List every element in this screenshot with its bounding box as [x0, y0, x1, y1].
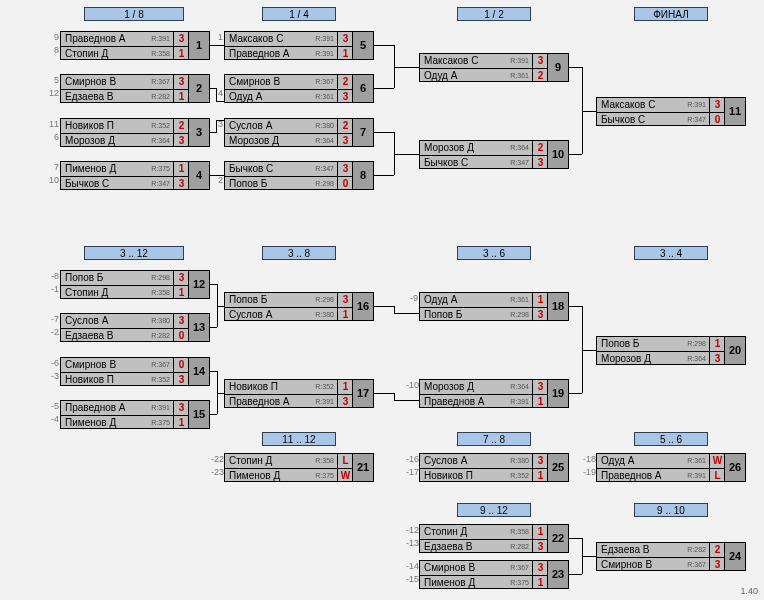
match[interactable]: Морозов ДR:3642Бычков СR:347310 [419, 140, 569, 169]
player-row: -7Суслов АR:3803 [61, 314, 209, 329]
match[interactable]: Едзаева ВR:2822Смирнов ВR:367324 [596, 542, 746, 571]
seed: -14 [406, 561, 418, 571]
round-header: ФИНАЛ [634, 7, 708, 21]
player-rating: R:367 [687, 561, 709, 568]
score: 2 [173, 119, 189, 133]
player-row: -9Одуд АR:3611 [420, 293, 568, 308]
player-rating: R:358 [510, 528, 532, 535]
match[interactable]: 5Смирнов ВR:367312Едзаева ВR:28212 [60, 74, 210, 103]
match[interactable]: -14Смирнов ВR:3673-15Пименов ДR:375123 [419, 560, 569, 589]
score: W [709, 454, 725, 468]
score: 3 [337, 90, 353, 104]
match[interactable]: -5Праведнов АR:3913-4Пименов ДR:375115 [60, 400, 210, 429]
player-rating: R:358 [151, 50, 173, 57]
match-number: 6 [352, 75, 373, 102]
connector-line [569, 154, 582, 155]
player-rating: R:375 [151, 165, 173, 172]
player-row: Максаков СR:3913 [420, 54, 568, 69]
player-row: Бычков СR:3473 [225, 162, 373, 177]
seed: -5 [47, 401, 59, 411]
connector-line [569, 393, 582, 394]
match[interactable]: 7Пименов ДR:375110Бычков СR:34734 [60, 161, 210, 190]
player-rating: R:364 [315, 137, 337, 144]
player-rating: R:347 [315, 165, 337, 172]
player-row: -6Смирнов ВR:3670 [61, 358, 209, 373]
match[interactable]: Максаков СR:3913Одуд АR:36129 [419, 53, 569, 82]
match[interactable]: -12Стопин ДR:3581-13Едзаева ВR:282322 [419, 524, 569, 553]
score: 3 [337, 293, 353, 307]
player-rating: R:391 [510, 57, 532, 64]
match-number: 11 [724, 98, 745, 125]
player-name: Максаков С [420, 55, 510, 66]
score: 2 [709, 543, 725, 557]
match[interactable]: Смирнов ВR:36724Одуд АR:36136 [224, 74, 374, 103]
match[interactable]: -7Суслов АR:3803-2Едзаева ВR:282013 [60, 313, 210, 342]
connector-line [210, 371, 217, 372]
player-row: Попов БR:2981 [597, 337, 745, 352]
score: 1 [532, 395, 548, 409]
score: 3 [532, 561, 548, 575]
score: 1 [709, 337, 725, 351]
player-name: Суслов А [61, 315, 151, 326]
match[interactable]: -22Стопин ДR:358L-23Пименов ДR:375W21 [224, 453, 374, 482]
match[interactable]: -9Одуд АR:3611Попов БR:298318 [419, 292, 569, 321]
connector-line [210, 414, 217, 415]
player-name: Бычков С [61, 178, 151, 189]
match-number: 25 [547, 454, 568, 481]
match-number: 2 [188, 75, 209, 102]
connector-line [210, 175, 224, 176]
score: W [337, 469, 353, 483]
player-name: Попов Б [61, 272, 151, 283]
match-number: 19 [547, 380, 568, 407]
score: 3 [173, 314, 189, 328]
match-number: 23 [547, 561, 568, 588]
score: 1 [532, 469, 548, 483]
connector-line [216, 120, 224, 121]
player-row: -1Стопин ДR:3581 [61, 286, 209, 300]
player-row: -16Суслов АR:3803 [420, 454, 568, 469]
connector-line [569, 306, 582, 307]
match[interactable]: Попов БR:2983Суслов АR:380116 [224, 292, 374, 321]
player-name: Пименов Д [420, 577, 510, 588]
player-rating: R:391 [151, 35, 173, 42]
player-rating: R:298 [151, 274, 173, 281]
player-row: Смирнов ВR:3672 [225, 75, 373, 90]
match[interactable]: -18Одуд АR:361W-19Праведнов АR:391L26 [596, 453, 746, 482]
match[interactable]: -8Попов БR:2983-1Стопин ДR:358112 [60, 270, 210, 299]
match[interactable]: 1Максаков СR:3913Праведнов АR:39115 [224, 31, 374, 60]
match[interactable]: 9Праведнов АR:39138Стопин ДR:35811 [60, 31, 210, 60]
match[interactable]: Бычков СR:34732Попов БR:29808 [224, 161, 374, 190]
round-header: 3 .. 6 [457, 246, 531, 260]
player-name: Праведнов А [61, 33, 151, 44]
player-rating: R:347 [687, 116, 709, 123]
match[interactable]: -10Морозов ДR:3643Праведнов АR:391119 [419, 379, 569, 408]
player-row: 2Попов БR:2980 [225, 177, 373, 191]
player-rating: R:375 [151, 419, 173, 426]
player-name: Смирнов В [61, 359, 151, 370]
connector-line [569, 574, 582, 575]
match[interactable]: Попов БR:2981Морозов ДR:364320 [596, 336, 746, 365]
player-row: Морозов ДR:3642 [420, 141, 568, 156]
player-row: Бычков СR:3473 [420, 156, 568, 170]
seed: -7 [47, 314, 59, 324]
match[interactable]: 11Новиков ПR:35226Морозов ДR:36433 [60, 118, 210, 147]
seed: -18 [583, 454, 595, 464]
seed: -4 [47, 414, 59, 424]
score: 3 [709, 98, 725, 112]
match[interactable]: 3Суслов АR:3802Морозов ДR:36437 [224, 118, 374, 147]
round-header: 3 .. 12 [84, 246, 184, 260]
player-row: 1Максаков СR:3913 [225, 32, 373, 47]
match[interactable]: -16Суслов АR:3803-17Новиков ПR:352125 [419, 453, 569, 482]
player-row: Максаков СR:3913 [597, 98, 745, 113]
match[interactable]: Максаков СR:3913Бычков СR:347011 [596, 97, 746, 126]
player-name: Бычков С [225, 163, 315, 174]
match[interactable]: -6Смирнов ВR:3670-3Новиков ПR:352314 [60, 357, 210, 386]
match[interactable]: Новиков ПR:3521Праведнов АR:391317 [224, 379, 374, 408]
connector-line [582, 556, 596, 557]
score: 3 [173, 177, 189, 191]
player-rating: R:367 [151, 361, 173, 368]
player-row: -5Праведнов АR:3913 [61, 401, 209, 416]
score: 1 [532, 525, 548, 539]
player-rating: R:358 [151, 289, 173, 296]
match-number: 24 [724, 543, 745, 570]
